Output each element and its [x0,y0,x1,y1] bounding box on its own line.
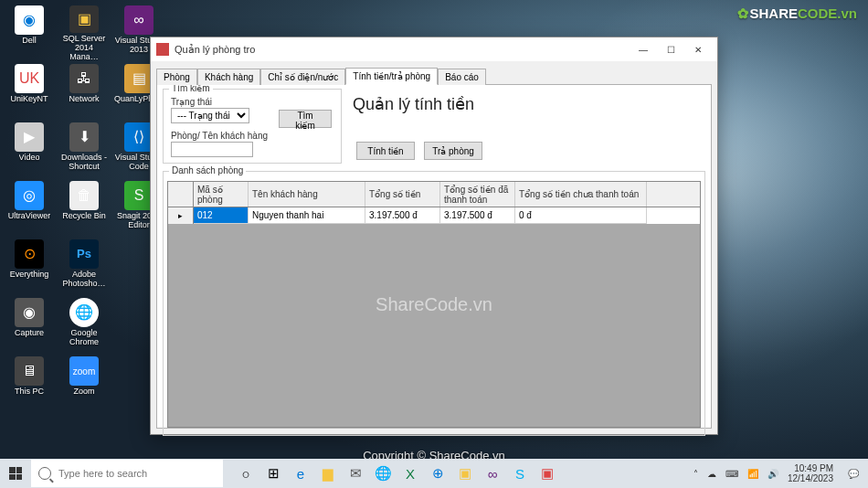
taskbar-search-input[interactable] [58,468,216,479]
windows-icon [9,467,22,480]
cell-unpaid[interactable]: 0 đ [515,207,647,224]
maximize-button[interactable]: ☐ [657,39,684,59]
edge-icon[interactable]: e [287,460,314,487]
watermark: ShareCode.vn [376,294,492,315]
client-area: Phòng Khách hàng Chỉ số điện/nước Tính t… [151,61,717,434]
list-legend: Danh sách phòng [169,165,246,175]
excel-icon[interactable]: X [397,460,424,487]
taskview-icon[interactable]: ⊞ [259,460,287,487]
row-header-corner [168,182,194,207]
data-grid[interactable]: Mã số phòng Tên khách hàng Tổng số tiền … [167,181,701,428]
tray-input-icon[interactable]: ⌨ [725,469,738,479]
desktop-icon[interactable]: 🌐Google Chrome [58,296,110,353]
desktop-icon[interactable]: ⊙Everything [4,238,55,294]
desktop-icon[interactable]: 🗑Recycle Bin [58,179,110,236]
status-select[interactable]: --- Trạng thái --- [171,108,249,123]
list-groupbox: Danh sách phòng Mã số phòng Tên khách hà… [163,171,705,436]
close-button[interactable]: ✕ [684,39,712,59]
search-groupbox: Tìm kiếm Trạng thái --- Trạng thái --- T… [163,89,342,164]
app-taskbar-icon[interactable]: ▣ [534,460,561,487]
row-indicator: ▸ [168,207,194,224]
taskbar-search[interactable] [31,460,223,487]
store-icon[interactable]: ⊕ [424,460,451,487]
tray-chevron-icon[interactable]: ˄ [693,469,698,479]
desktop-icon[interactable]: PsAdobe Photosho… [58,238,110,294]
sqlserver-icon[interactable]: ▣ [451,460,479,487]
taskbar-buttons: ○ ⊞ e ▆ ✉ 🌐 X ⊕ ▣ ∞ S ▣ [232,460,561,487]
app-window: Quản lý phòng tro — ☐ ✕ Phòng Khách hàng… [150,37,718,435]
app-icon [156,43,169,56]
cortana-icon[interactable]: ○ [232,460,259,487]
taskbar: ○ ⊞ e ▆ ✉ 🌐 X ⊕ ▣ ∞ S ▣ ˄ ☁ ⌨ 📶 🔊 10:49 … [0,459,868,488]
notification-icon[interactable]: 💬 [842,462,864,484]
tray-volume-icon[interactable]: 🔊 [767,469,778,479]
tab-tinhtien[interactable]: Tính tiền/trả phòng [345,68,438,85]
minimize-button[interactable]: — [630,39,657,59]
tab-strip: Phòng Khách hàng Chỉ số điện/nước Tính t… [156,67,712,85]
col-header[interactable]: Tổng số tiền chưa thanh toán [515,182,647,207]
search-button[interactable]: Tìm kiếm [279,110,332,128]
desktop-icon[interactable]: ◎UltraViewer [4,179,55,236]
room-input[interactable] [171,142,253,157]
cell-room[interactable]: 012 [194,207,249,224]
tab-khachhang[interactable]: Khách hàng [197,69,260,85]
desktop-icon[interactable]: ▣SQL Server 2014 Mana… [58,4,110,60]
status-label: Trạng thái [171,97,341,107]
traphong-button[interactable]: Trả phòng [424,142,482,160]
page-heading: Quản lý tính tiền [353,94,474,114]
desktop-icon[interactable]: 🖧Network [58,62,110,119]
desktop-icon[interactable]: ▶Video [4,121,55,177]
desktop-icon[interactable]: ◉Dell [4,4,55,60]
titlebar[interactable]: Quản lý phòng tro — ☐ ✕ [151,37,717,61]
tinhtien-button[interactable]: Tính tiền [356,142,415,160]
room-label: Phòng/ Tên khách hàng [171,131,341,141]
col-header[interactable]: Mã số phòng [194,182,249,207]
grid-row[interactable]: ▸ 012 Nguyen thanh hai 3.197.500 đ 3.197… [168,207,700,224]
tray-wifi-icon[interactable]: 📶 [747,469,758,479]
tab-chisodien[interactable]: Chỉ số điện/nước [260,69,345,85]
col-header[interactable]: Tổng số tiền đã thanh toán [440,182,515,207]
start-button[interactable] [0,459,31,488]
cell-name[interactable]: Nguyen thanh hai [249,207,365,224]
col-header[interactable]: Tên khách hàng [249,182,365,207]
sharecode-logo: ✿SHARECODE.vn [737,5,857,22]
desktop-icon[interactable]: ◉Capture [4,296,55,353]
tray-cloud-icon[interactable]: ☁ [707,469,716,479]
desktop-icons: ◉Dell UKUniKeyNT ▶Video ◎UltraViewer ⊙Ev… [4,4,168,442]
cell-total[interactable]: 3.197.500 đ [365,207,440,224]
desktop-icon[interactable]: zoomZoom [58,355,110,411]
tab-phong[interactable]: Phòng [156,69,197,85]
taskbar-clock[interactable]: 10:49 PM 12/14/2023 [788,463,833,483]
explorer-icon[interactable]: ▆ [314,460,342,487]
mail-icon[interactable]: ✉ [342,460,369,487]
desktop-icon[interactable]: 🖥This PC [4,355,55,411]
desktop-icon[interactable]: UKUniKeyNT [4,62,55,119]
vs-icon[interactable]: ∞ [479,460,506,487]
skype-icon[interactable]: S [506,460,534,487]
desktop-icon[interactable]: ⬇Downloads - Shortcut [58,121,110,177]
grid-header: Mã số phòng Tên khách hàng Tổng số tiền … [168,182,700,207]
chrome-icon[interactable]: 🌐 [369,460,397,487]
tab-baocao[interactable]: Báo cáo [438,69,486,85]
tab-page: Tìm kiếm Trạng thái --- Trạng thái --- T… [156,84,712,429]
col-header[interactable]: Tổng số tiền [365,182,440,207]
window-title: Quản lý phòng tro [175,44,630,56]
cell-paid[interactable]: 3.197.500 đ [440,207,515,224]
search-icon [38,467,51,480]
system-tray: ˄ ☁ ⌨ 📶 🔊 10:49 PM 12/14/2023 💬 [693,462,868,484]
